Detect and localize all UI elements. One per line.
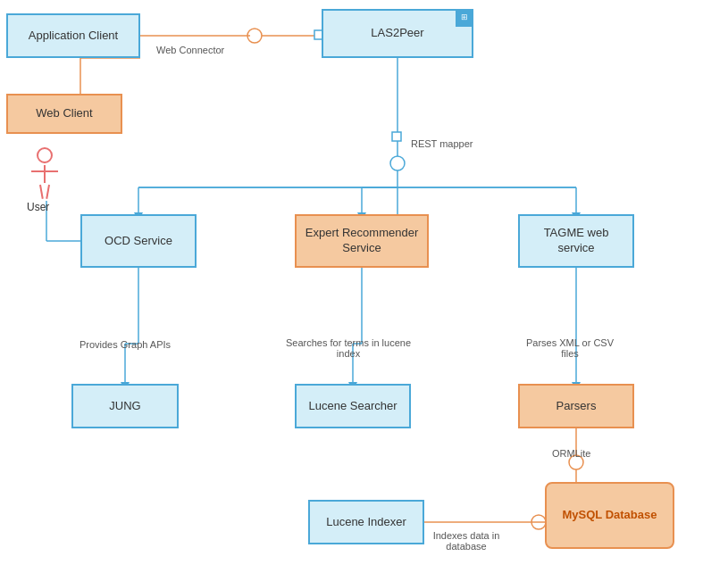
expert-recommender-label: Expert Recommender Service	[302, 226, 422, 256]
jung-box: JUNG	[71, 384, 179, 428]
svg-rect-8	[392, 132, 401, 141]
expert-recommender-box: Expert Recommender Service	[295, 214, 429, 268]
user-label: User	[27, 201, 49, 213]
jung-label: JUNG	[109, 399, 140, 414]
svg-point-10	[390, 156, 405, 170]
mysql-database-box: MySQL Database	[545, 482, 674, 549]
web-client-box: Web Client	[6, 94, 122, 134]
las2peer-box: ⊞ LAS2Peer	[322, 9, 473, 58]
user-figure	[31, 147, 58, 199]
ocd-service-box: OCD Service	[80, 214, 197, 268]
web-client-label: Web Client	[36, 106, 92, 121]
lucene-indexer-label: Lucene Indexer	[326, 515, 406, 530]
web-connector-label: Web Connector	[156, 45, 224, 55]
parses-xml-label: Parses XML or CSV files	[516, 337, 623, 359]
application-client-box: Application Client	[6, 13, 140, 58]
application-client-label: Application Client	[29, 29, 118, 44]
provides-graph-apis-label: Provides Graph APIs	[76, 339, 174, 350]
lucene-searcher-label: Lucene Searcher	[308, 399, 397, 414]
rest-mapper-label: REST mapper	[411, 138, 473, 149]
lucene-indexer-box: Lucene Indexer	[308, 500, 424, 544]
lucene-searcher-box: Lucene Searcher	[295, 384, 411, 428]
mysql-database-label: MySQL Database	[563, 508, 657, 523]
parsers-box: Parsers	[518, 384, 634, 428]
ocd-service-label: OCD Service	[105, 234, 172, 249]
svg-point-37	[531, 515, 546, 529]
svg-point-1	[247, 29, 262, 43]
architecture-diagram: Application Client Web Client Web Connec…	[0, 0, 728, 573]
ormlite-label: ORMLite	[552, 448, 590, 459]
las2peer-label: LAS2Peer	[371, 26, 423, 41]
parsers-label: Parsers	[556, 399, 597, 414]
tagme-service-box: TAGME web service	[518, 214, 634, 268]
searches-for-terms-label: Searches for terms in lucene index	[286, 337, 411, 359]
indexes-data-label: Indexes data in database	[413, 530, 520, 552]
user-head	[37, 147, 53, 163]
las2peer-icon: ⊞	[456, 9, 473, 27]
tagme-service-label: TAGME web service	[525, 226, 627, 256]
